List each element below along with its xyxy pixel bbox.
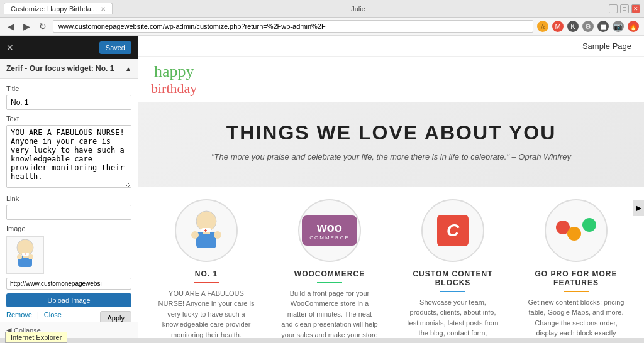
bookmark-icon[interactable]: ☆ — [537, 21, 548, 32]
hero-quote: "The more you praise and celebrate your … — [151, 152, 631, 161]
feature-item-no1: + NO. 1 YOU ARE A FABULOUS NURSE! Anyone… — [153, 199, 260, 338]
remove-image-link[interactable]: Remove — [6, 311, 32, 322]
widget-collapse-arrow[interactable]: ▲ — [125, 65, 131, 72]
link-separator: | — [37, 311, 39, 322]
feature-desc-gopro: Get new content blocks: pricing table, G… — [528, 297, 625, 338]
title-field-label: Title — [6, 85, 131, 92]
image-preview: + — [6, 236, 44, 274]
feature-desc-woo: Build a front page for your WooCommerce … — [281, 288, 378, 338]
scroll-right-button[interactable]: ▶ — [633, 200, 644, 216]
feature-title-gopro: GO PRO FOR MORE FEATURES — [528, 270, 625, 287]
sidebar-header: ✕ Saved — [0, 36, 138, 59]
upload-image-button[interactable]: Upload Image — [6, 293, 131, 307]
logo: happy birthday — [151, 63, 197, 96]
ext-icon3[interactable]: 🔥 — [628, 21, 639, 32]
svg-text:+: + — [204, 227, 207, 234]
text-field-label: Text — [6, 115, 131, 122]
image-field-label: Image — [6, 225, 131, 232]
feature-item-woo: woo COMMERCE WOOCOMMERCE Build a front p… — [276, 199, 383, 338]
widget-title: Zerif - Our focus widget: No. 1 — [6, 64, 114, 73]
gopro-icon — [556, 220, 596, 241]
feature-underline-gopro — [564, 291, 589, 292]
user-label: Julie — [351, 5, 370, 13]
header-controls: Saved — [99, 41, 131, 54]
logo-line1: happy — [151, 63, 197, 81]
ie-tooltip-text: Internet Explorer — [11, 334, 62, 341]
link-input[interactable] — [6, 205, 131, 220]
mail-icon[interactable]: M — [552, 21, 564, 32]
tab-close-icon[interactable]: ✕ — [101, 6, 106, 13]
ext-icon1[interactable]: ◼ — [597, 21, 609, 32]
svg-text:+: + — [24, 252, 26, 256]
nurse-preview-image: + — [8, 238, 43, 273]
feature-underline-no1 — [194, 282, 219, 283]
c-block-icon: C — [437, 215, 469, 246]
svg-point-6 — [28, 254, 33, 259]
feature-circle-no1: + — [175, 199, 238, 262]
preview-area: Sample Page happy birthday THINGS WE LOV… — [138, 36, 644, 338]
back-button[interactable]: ◀ — [5, 20, 17, 33]
browser-tab[interactable]: Customize: Happy Birthda... ✕ — [4, 3, 113, 14]
window-controls: – □ ✕ — [609, 4, 640, 13]
tab-title: Customize: Happy Birthda... — [11, 5, 97, 13]
hero-section: THINGS WE LOVE ABOUT YOU "The more you p… — [138, 102, 644, 187]
image-url-input[interactable] — [6, 278, 131, 290]
close-image-link[interactable]: Close — [44, 311, 62, 322]
ie-tooltip: Internet Explorer — [5, 332, 67, 343]
feature-desc-no1: YOU ARE A FABULOUS NURSE! Anyone in your… — [158, 288, 255, 338]
widget-header: Zerif - Our focus widget: No. 1 ▲ — [0, 59, 138, 79]
feature-circle-gopro — [545, 199, 608, 262]
nav-bar: ◀ ▶ ↻ ☆ M K ⚙ ◼ 📷 🔥 — [0, 18, 644, 36]
saved-button[interactable]: Saved — [99, 41, 131, 54]
feature-circle-woo: woo COMMERCE — [298, 199, 361, 262]
gear-icon[interactable]: ⚙ — [582, 21, 594, 32]
logo-line2: birthday — [151, 81, 197, 96]
feature-circle-custom: C — [421, 199, 484, 262]
woo-logo: woo COMMERCE — [302, 215, 357, 246]
title-input[interactable] — [6, 95, 131, 110]
nav-icons: ☆ M K ⚙ ◼ 📷 🔥 — [537, 21, 639, 32]
features-grid: + NO. 1 YOU ARE A FABULOUS NURSE! Anyone… — [138, 187, 644, 338]
maximize-button[interactable]: □ — [620, 4, 629, 13]
logo-area: happy birthday — [138, 57, 644, 102]
sample-page-bar: Sample Page — [138, 36, 644, 57]
close-button[interactable]: ✕ — [631, 4, 640, 13]
minimize-button[interactable]: – — [609, 4, 618, 13]
feature-item-gopro: GO PRO FOR MORE FEATURES Get new content… — [523, 199, 630, 338]
image-action-links: Remove | Close Apply — [6, 311, 131, 322]
forward-button[interactable]: ▶ — [21, 20, 33, 33]
nurse-icon: + — [181, 205, 231, 256]
title-bar: Customize: Happy Birthda... ✕ Julie – □ … — [0, 0, 644, 18]
svg-point-12 — [191, 231, 199, 239]
hero-title: THINGS WE LOVE ABOUT YOU — [151, 121, 631, 144]
text-textarea[interactable]: YOU ARE A FABULOUS NURSE! Anyone in your… — [6, 125, 131, 188]
sidebar-close-icon[interactable]: ✕ — [6, 43, 14, 53]
woo-logo-sub: COMMERCE — [309, 235, 350, 241]
feature-title-no1: NO. 1 — [158, 270, 255, 278]
woo-logo-text: woo — [309, 220, 350, 235]
svg-point-13 — [214, 231, 221, 239]
feature-desc-custom: Showcase your team, products, clients, a… — [404, 297, 501, 338]
link-field-label: Link — [6, 195, 131, 202]
feature-title-woo: WOOCOMMERCE — [281, 270, 378, 278]
k-icon[interactable]: K — [567, 21, 579, 32]
refresh-button[interactable]: ↻ — [36, 20, 49, 33]
feature-title-custom: CUSTOM CONTENT BLOCKS — [404, 270, 501, 287]
ext-icon2[interactable]: 📷 — [613, 21, 624, 32]
feature-item-custom: C CUSTOM CONTENT BLOCKS Showcase your te… — [399, 199, 506, 338]
sample-page-label: Sample Page — [582, 41, 631, 51]
address-bar[interactable] — [53, 20, 533, 33]
sidebar-content: Title Text YOU ARE A FABULOUS NURSE! Any… — [0, 79, 138, 322]
apply-button[interactable]: Apply — [100, 311, 131, 322]
feature-underline-custom — [440, 291, 465, 292]
sidebar: ✕ Saved Zerif - Our focus widget: No. 1 … — [0, 36, 138, 338]
feature-underline-woo — [317, 282, 342, 283]
svg-point-5 — [17, 254, 22, 259]
